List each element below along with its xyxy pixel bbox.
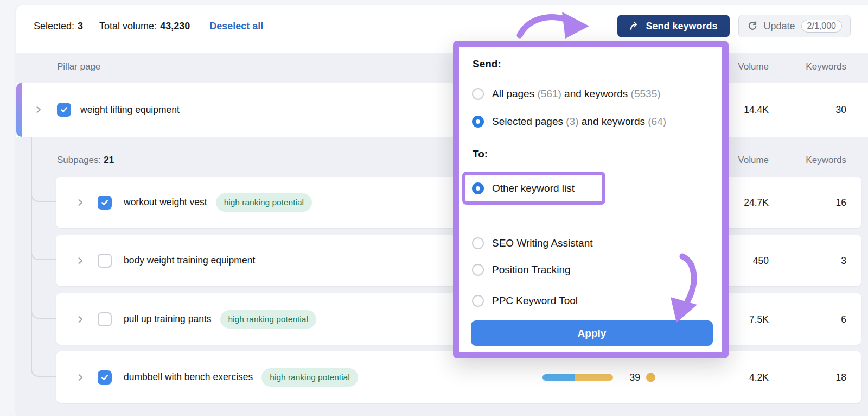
total-volume-label: Total volume: (99, 21, 157, 32)
difficulty-cell: 39 (630, 371, 655, 383)
subpages-label: Subpages: (57, 155, 101, 165)
chevron-right-icon[interactable] (76, 256, 85, 265)
radio-label: Selected pages (3) and keywords (64) (492, 116, 666, 128)
row-checkbox[interactable] (98, 254, 112, 268)
popup-divider (471, 217, 714, 217)
subpage-label: workout weight vest (124, 197, 207, 208)
chevron-right-icon[interactable] (76, 198, 85, 207)
send-section-title: Send: (473, 58, 501, 70)
radio-icon[interactable] (472, 88, 484, 100)
table-header-row: Pillar page Volume Keywords (16, 53, 868, 83)
send-arrow-icon (629, 21, 640, 31)
volume-column-header: Volume (738, 61, 769, 72)
radio-selected-icon[interactable] (472, 116, 484, 128)
volume-value: 7.5K (749, 313, 769, 325)
option-text: and keywords (582, 116, 648, 127)
radio-icon[interactable] (472, 264, 484, 276)
ranking-potential-badge: high ranking potential (220, 310, 316, 329)
send-keywords-button[interactable]: Send keywords (617, 15, 730, 37)
keywords-value: 3 (841, 255, 846, 266)
keywords-value: 16 (836, 197, 846, 208)
update-button[interactable]: Update 2/1,000 (738, 15, 851, 37)
send-keywords-popup: Send: All pages (561) and keywords (5535… (453, 41, 729, 358)
deselect-all-link[interactable]: Deselect all (209, 21, 263, 32)
keywords-column-header-subpages: Keywords (806, 155, 846, 166)
volume-value: 24.7K (744, 197, 769, 208)
radio-option-other-keyword-list[interactable]: Other keyword list (462, 172, 605, 205)
table-row[interactable]: weight lifting equipment 14.4K 30 (16, 83, 868, 137)
radio-option-all-pages[interactable]: All pages (561) and keywords (5535) (472, 88, 661, 100)
chevron-right-icon[interactable] (76, 373, 85, 382)
pillar-page-column-header: Pillar page (57, 61, 100, 72)
volume-value: 450 (753, 255, 769, 266)
tree-branch (31, 247, 57, 260)
tree-branch (31, 189, 57, 202)
chevron-right-icon[interactable] (34, 105, 43, 114)
update-label: Update (764, 21, 795, 32)
radio-option-position-tracking[interactable]: Position Tracking (472, 264, 571, 276)
volume-column-header-subpages: Volume (738, 155, 769, 166)
volume-value: 14.4K (744, 104, 769, 116)
selected-count: Selected: 3 (34, 21, 83, 32)
radio-option-selected-pages[interactable]: Selected pages (3) and keywords (64) (472, 116, 666, 128)
row-checkbox[interactable] (98, 196, 112, 210)
difficulty-bar-yellow-segment (575, 374, 613, 381)
total-volume-value: 43,230 (160, 21, 190, 32)
row-checkbox[interactable] (57, 103, 71, 117)
subpage-label: pull up training pants (124, 313, 212, 325)
radio-label: Other keyword list (492, 182, 575, 194)
option-count: (3) (566, 116, 582, 127)
selected-value: 3 (78, 21, 83, 32)
difficulty-bar-blue-segment (542, 374, 575, 381)
table-row[interactable]: dumbbell with bench exercises high ranki… (56, 351, 861, 403)
radio-label: SEO Writing Assistant (492, 237, 593, 249)
difficulty-bar (542, 374, 613, 381)
ranking-potential-badge: high ranking potential (216, 193, 312, 212)
send-keywords-label: Send keywords (646, 21, 718, 32)
chevron-right-icon[interactable] (76, 315, 85, 324)
option-text: All pages (492, 88, 537, 99)
to-section-title: To: (473, 148, 488, 160)
option-text: and keywords (564, 88, 631, 99)
radio-label: Position Tracking (492, 264, 571, 276)
pillar-page-label: weight lifting equipment (80, 104, 180, 116)
total-volume: Total volume: 43,230 (99, 21, 190, 32)
option-text: Selected pages (492, 116, 566, 127)
keywords-value: 6 (841, 313, 846, 325)
difficulty-dot-icon (646, 373, 655, 382)
radio-option-seo-writing-assistant[interactable]: SEO Writing Assistant (472, 237, 593, 249)
keywords-value: 30 (836, 104, 846, 116)
keywords-column-header: Keywords (806, 61, 846, 72)
difficulty-value: 39 (630, 371, 640, 383)
keyword-table-card: Selected: 3 Total volume: 43,230 Deselec… (16, 5, 868, 416)
page: Selected: 3 Total volume: 43,230 Deselec… (0, 0, 868, 416)
subpages-section: Subpages:21 Volume Keywords workout wei (16, 137, 868, 416)
radio-label: All pages (561) and keywords (5535) (492, 88, 661, 100)
ranking-potential-badge: high ranking potential (261, 368, 358, 387)
tree-branch (31, 364, 57, 377)
radio-selected-icon[interactable] (472, 182, 484, 194)
keywords-value: 18 (836, 371, 846, 383)
toolbar-actions: Send keywords Update 2/1,000 (617, 15, 851, 37)
row-checkbox[interactable] (98, 370, 112, 385)
radio-icon[interactable] (472, 237, 484, 249)
refresh-icon (747, 21, 758, 31)
subpages-count-label: Subpages:21 (57, 155, 114, 166)
radio-label: PPC Keyword Tool (492, 295, 578, 307)
apply-button[interactable]: Apply (471, 320, 713, 346)
selection-toolbar: Selected: 3 Total volume: 43,230 Deselec… (16, 5, 868, 47)
row-checkbox[interactable] (98, 312, 112, 326)
update-quota-badge: 2/1,000 (801, 20, 842, 33)
selected-label: Selected: (34, 21, 74, 32)
option-count: (5535) (631, 88, 661, 99)
radio-icon[interactable] (472, 295, 484, 307)
option-count: (561) (537, 88, 564, 99)
subpage-label: body weight training equipment (124, 255, 255, 266)
subpages-count: 21 (104, 155, 114, 165)
radio-option-ppc-keyword-tool[interactable]: PPC Keyword Tool (472, 295, 578, 307)
volume-value: 4.2K (749, 371, 769, 383)
selected-row-accent (16, 83, 22, 137)
option-count: (64) (648, 116, 666, 127)
subpage-label: dumbbell with bench exercises (124, 371, 253, 383)
tree-branch (31, 306, 57, 319)
